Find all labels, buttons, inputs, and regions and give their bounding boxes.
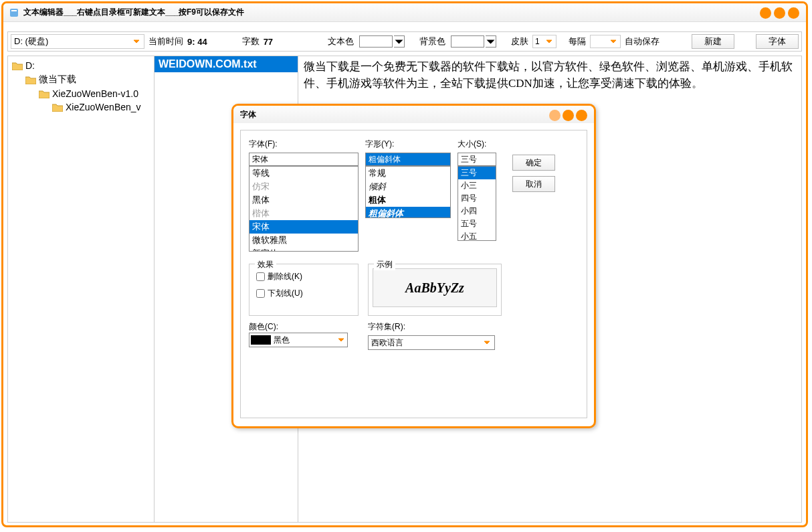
charset-select[interactable]: 西欧语言 xyxy=(368,335,495,350)
dialog-max-button[interactable] xyxy=(563,110,574,121)
bgcolor-label: 背景色 xyxy=(419,35,445,48)
size-input[interactable] xyxy=(458,153,496,166)
time-label: 当前时间 xyxy=(148,35,183,48)
underline-checkbox[interactable]: 下划线(U) xyxy=(256,288,351,299)
tree-item[interactable]: 微当下载 xyxy=(9,72,153,87)
list-item-selected[interactable]: 粗偏斜体 xyxy=(366,207,450,218)
effects-legend: 效果 xyxy=(255,259,276,270)
list-item[interactable]: 粗体 xyxy=(366,193,450,207)
font-list[interactable]: 等线 仿宋 黑体 楷体 宋体 微软雅黑 新宋体 xyxy=(249,166,359,252)
skin-label: 皮肤 xyxy=(511,35,528,48)
wordcount-label: 字数 xyxy=(242,35,260,48)
font-dialog: 字体 字体(F): 等线 仿宋 黑体 楷体 宋体 微软雅黑 新宋体 xyxy=(231,104,596,428)
strike-checkbox[interactable]: 删除线(K) xyxy=(256,271,351,282)
tree-item[interactable]: XieZuoWenBen_v xyxy=(9,100,153,114)
list-item[interactable]: 五号 xyxy=(458,217,496,230)
list-item[interactable]: 常规 xyxy=(366,167,450,180)
charset-label: 字符集(R): xyxy=(368,322,405,331)
sample-legend: 示例 xyxy=(374,259,395,270)
close-button[interactable] xyxy=(788,7,799,19)
cancel-button[interactable]: 取消 xyxy=(512,176,555,192)
chevron-down-icon xyxy=(544,37,554,46)
font-input[interactable] xyxy=(249,153,359,166)
style-label: 字形(Y): xyxy=(365,139,451,150)
chevron-down-icon xyxy=(482,338,492,347)
interval-select[interactable] xyxy=(590,35,621,48)
list-item[interactable]: 四号 xyxy=(458,192,496,205)
svg-rect-0 xyxy=(10,9,18,17)
list-item[interactable]: 新宋体 xyxy=(249,247,358,252)
style-input[interactable] xyxy=(365,153,451,166)
list-item[interactable]: 小五 xyxy=(458,230,496,241)
textcolor-picker[interactable] xyxy=(358,35,405,48)
dialog-close-button[interactable] xyxy=(576,110,587,121)
skin-value: 1 xyxy=(535,37,540,46)
maximize-button[interactable] xyxy=(774,7,785,19)
font-label: 字体(F): xyxy=(249,139,359,150)
list-item[interactable]: 仿宋 xyxy=(249,180,358,193)
file-item-selected[interactable]: WEIDOWN.COM.txt xyxy=(155,56,298,72)
window-title: 文本编辑器___右键点目录框可新建文本___按F9可以保存文件 xyxy=(23,7,244,18)
list-item[interactable]: 黑体 xyxy=(249,193,358,207)
list-item-selected[interactable]: 宋体 xyxy=(249,220,358,234)
folder-icon xyxy=(12,62,23,70)
time-value: 9: 44 xyxy=(187,37,207,47)
list-item[interactable]: 楷体 xyxy=(249,207,358,220)
list-item[interactable]: 微软雅黑 xyxy=(249,234,358,247)
tree-root[interactable]: D: xyxy=(9,59,153,72)
color-label: 颜色(C): xyxy=(249,322,278,331)
dialog-min-button[interactable] xyxy=(549,110,561,121)
folder-icon xyxy=(25,76,36,84)
svg-rect-1 xyxy=(11,10,17,11)
toolbar: D: (硬盘) 当前时间 9: 44 字数 77 文本色 背景色 皮肤 1 每隔… xyxy=(7,31,802,52)
chevron-down-icon xyxy=(336,335,346,345)
skin-select[interactable]: 1 xyxy=(532,35,556,48)
tree-item[interactable]: XieZuoWenBen-v1.0 xyxy=(9,87,153,100)
size-label: 大小(S): xyxy=(458,139,499,150)
folder-icon xyxy=(52,103,63,112)
ok-button[interactable]: 确定 xyxy=(512,155,555,171)
size-list[interactable]: 三号 小三 四号 小四 五号 小五 六号 xyxy=(458,166,496,241)
list-item-selected[interactable]: 三号 xyxy=(458,167,496,179)
wordcount-value: 77 xyxy=(264,37,273,47)
font-button[interactable]: 字体 xyxy=(756,34,799,49)
style-list[interactable]: 常规 倾斜 粗体 粗偏斜体 xyxy=(365,166,451,218)
dialog-title: 字体 xyxy=(240,109,256,120)
drive-value: D: (硬盘) xyxy=(14,35,48,48)
list-item[interactable]: 倾斜 xyxy=(366,180,450,193)
list-item[interactable]: 小四 xyxy=(458,205,496,217)
list-item[interactable]: 小三 xyxy=(458,179,496,192)
window-controls xyxy=(760,7,799,19)
chevron-down-icon xyxy=(132,37,141,46)
sample-preview: AaBbYyZz xyxy=(373,268,497,307)
app-icon xyxy=(9,7,19,18)
list-item[interactable]: 等线 xyxy=(249,167,358,180)
minimize-button[interactable] xyxy=(760,7,771,19)
folder-tree[interactable]: D: 微当下载 XieZuoWenBen-v1.0 XieZuoWenBen_v xyxy=(7,56,155,523)
bgcolor-picker[interactable] xyxy=(449,35,496,48)
folder-icon xyxy=(39,90,49,98)
interval-label: 每隔 xyxy=(569,35,586,48)
new-button[interactable]: 新建 xyxy=(692,34,734,49)
titlebar: 文本编辑器___右键点目录框可新建文本___按F9可以保存文件 xyxy=(3,3,806,22)
dialog-titlebar: 字体 xyxy=(233,106,594,123)
drive-select[interactable]: D: (硬盘) xyxy=(11,34,144,49)
textcolor-label: 文本色 xyxy=(328,35,354,48)
color-swatch xyxy=(251,335,271,345)
chevron-down-icon xyxy=(609,37,618,46)
autosave-label: 自动保存 xyxy=(625,35,659,48)
color-select[interactable]: 黑色 xyxy=(249,333,348,347)
